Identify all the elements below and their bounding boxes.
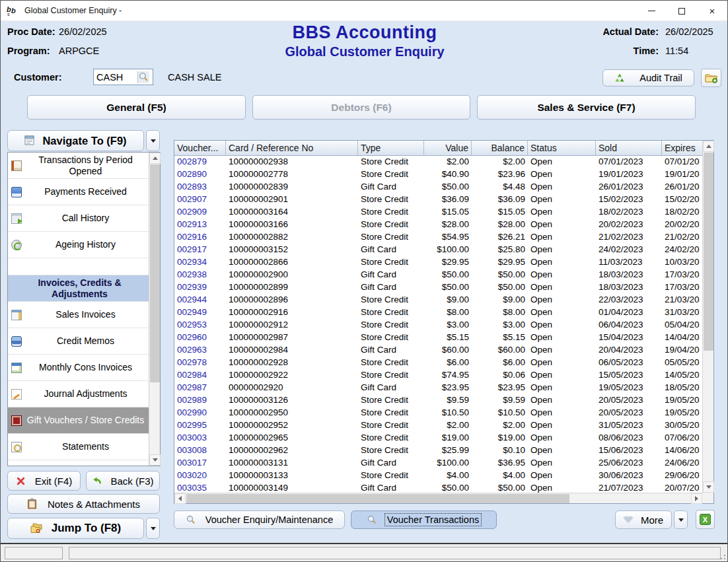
audit-trail-button[interactable]: Audit Trail: [602, 69, 694, 87]
table-row[interactable]: 003035100000003149Gift Card$50.00$50.00O…: [174, 482, 702, 493]
sidebar-item[interactable]: Payments Received: [8, 179, 149, 205]
table-cell: Open: [528, 206, 596, 219]
scroll-thumb[interactable]: [186, 494, 569, 503]
sidebar-item[interactable]: Ageing History: [8, 232, 149, 258]
scroll-right-icon[interactable]: [691, 493, 702, 504]
exit-button[interactable]: Exit (F4): [7, 471, 81, 491]
tab-sales-service[interactable]: Sales & Service (F7): [477, 95, 696, 120]
voucher-table-header[interactable]: Voucher...Card / Reference NoTypeValueBa…: [174, 141, 702, 156]
table-row[interactable]: 00298700000002920Gift Card$23.95$23.95Op…: [174, 382, 702, 394]
table-row[interactable]: 002944100000002896Store Credit$9.00$9.00…: [174, 294, 702, 306]
more-dropdown-button[interactable]: [674, 510, 688, 529]
table-cell: $3.00: [472, 319, 528, 332]
table-cell: 002907: [174, 193, 226, 206]
table-horizontal-scrollbar[interactable]: [174, 493, 702, 503]
table-row[interactable]: 002949100000002916Store Credit$8.00$8.00…: [174, 306, 702, 319]
table-row[interactable]: 003017100000003131Gift Card$100.00$36.95…: [174, 457, 702, 470]
table-row[interactable]: 002989100000003126Store Credit$9.59$9.59…: [174, 394, 702, 407]
table-row[interactable]: 002879100000002938Store Credit$2.00$2.00…: [174, 156, 702, 168]
more-button[interactable]: More: [615, 510, 672, 529]
table-row[interactable]: 003020100000003133Store Credit$4.00$4.00…: [174, 470, 702, 482]
jump-dropdown-button[interactable]: [146, 518, 160, 539]
maximize-button[interactable]: [667, 1, 697, 21]
table-row[interactable]: 002890100000002778Store Credit$40.90$23.…: [174, 168, 702, 181]
column-header[interactable]: Expires: [662, 141, 702, 155]
column-header[interactable]: Type: [358, 141, 424, 155]
sidebar-item[interactable]: Call History: [8, 205, 149, 232]
navigate-to-button[interactable]: Navigate To (F9): [7, 130, 144, 151]
sidebar-item[interactable]: Monthly Cons Invoices: [8, 355, 149, 381]
column-header[interactable]: Sold: [596, 141, 662, 155]
attachments-folder-button[interactable]: [701, 69, 721, 87]
table-row[interactable]: 002916100000002882Store Credit$54.95$26.…: [174, 231, 702, 244]
table-row[interactable]: 002960100000002987Store Credit$5.15$5.15…: [174, 332, 702, 344]
table-row[interactable]: 002909100000003164Store Credit$15.05$15.…: [174, 206, 702, 219]
table-row[interactable]: 002978100000002928Store Credit$6.00$6.00…: [174, 357, 702, 369]
voucher-transactions-button[interactable]: Voucher Transactions: [351, 510, 497, 529]
table-row[interactable]: 002953100000002912Store Credit$3.00$3.00…: [174, 319, 702, 332]
table-cell: 100000002901: [226, 193, 358, 206]
table-row[interactable]: 002917100000003152Gift Card$100.00$25.80…: [174, 244, 702, 256]
table-vertical-scrollbar[interactable]: [702, 141, 713, 493]
voucher-enquiry-button[interactable]: Voucher Enquiry/Maintenance: [174, 510, 345, 529]
column-header[interactable]: Status: [528, 141, 596, 155]
column-header[interactable]: Value: [424, 141, 472, 155]
column-header[interactable]: Voucher...: [174, 141, 226, 155]
table-row[interactable]: 002934100000002866Store Credit$29.95$29.…: [174, 256, 702, 269]
scroll-thumb[interactable]: [704, 153, 713, 351]
table-cell: Open: [528, 357, 596, 369]
navigate-dropdown-button[interactable]: [146, 130, 160, 151]
sidebar-item-label: Journal Adjustments: [44, 388, 127, 399]
table-cell: Open: [528, 294, 596, 306]
table-row[interactable]: 002893100000002839Gift Card$50.00$4.48Op…: [174, 181, 702, 193]
table-row[interactable]: 002984100000002922Store Credit$74.95$0.0…: [174, 369, 702, 382]
table-row[interactable]: 002939100000002899Gift Card$50.00$50.00O…: [174, 281, 702, 294]
sidebar-item[interactable]: Transactions by Period Opened: [8, 153, 149, 179]
table-cell: $3.00: [424, 319, 472, 332]
table-row[interactable]: 002938100000002900Gift Card$50.00$50.00O…: [174, 269, 702, 281]
table-row[interactable]: 003008100000002962Store Credit$25.99$0.1…: [174, 444, 702, 457]
scroll-left-icon[interactable]: [174, 493, 186, 504]
actual-date-label: Actual Date:: [602, 26, 659, 37]
voucher-enquiry-label: Voucher Enquiry/Maintenance: [205, 514, 333, 525]
export-excel-button[interactable]: X: [696, 510, 715, 529]
table-row[interactable]: 002907100000002901Store Credit$36.09$36.…: [174, 193, 702, 206]
sidebar-item[interactable]: Credit Memos: [8, 328, 149, 355]
close-button[interactable]: ×: [697, 1, 727, 21]
table-row[interactable]: 002963100000002984Gift Card$60.00$60.00O…: [174, 344, 702, 357]
sidebar-item[interactable]: Journal Adjustments: [8, 381, 149, 407]
call-icon: [11, 213, 22, 224]
tab-general[interactable]: General (F5): [27, 95, 246, 120]
table-cell: $74.95: [424, 369, 472, 382]
exit-icon: [16, 476, 26, 486]
table-cell: $0.06: [472, 369, 528, 382]
table-row[interactable]: 003003100000002965Store Credit$19.00$19.…: [174, 432, 702, 444]
scroll-down-icon[interactable]: [703, 481, 714, 493]
sidebar-item[interactable]: Statements: [8, 434, 149, 460]
notes-attachments-button[interactable]: Notes & Attachments: [7, 494, 160, 514]
sidebar-item[interactable]: Sales Invoices: [8, 302, 149, 328]
jump-to-button[interactable]: Jump To (F8): [7, 518, 144, 539]
table-cell: $19.00: [472, 432, 528, 444]
customer-search-icon[interactable]: [137, 71, 149, 83]
customer-code-field[interactable]: [93, 69, 153, 85]
minimize-button[interactable]: [636, 1, 667, 21]
customer-code-input[interactable]: [94, 72, 137, 83]
scroll-up-icon[interactable]: [703, 141, 714, 152]
scroll-down-icon[interactable]: [149, 454, 161, 466]
column-header[interactable]: Card / Reference No: [226, 141, 358, 155]
column-header[interactable]: Balance: [472, 141, 528, 155]
table-row[interactable]: 002990100000002950Store Credit$10.50$10.…: [174, 407, 702, 419]
table-row[interactable]: 002995100000002952Store Credit$2.00$2.00…: [174, 419, 702, 432]
back-button[interactable]: Back (F3): [86, 471, 160, 491]
book-icon: [11, 160, 22, 171]
scroll-up-icon[interactable]: [149, 153, 161, 164]
table-cell: $60.00: [472, 344, 528, 357]
table-row[interactable]: 002913100000003166Store Credit$28.00$28.…: [174, 219, 702, 231]
navigate-list-scrollbar[interactable]: [149, 153, 160, 466]
table-cell: 15/02/20: [662, 193, 702, 206]
scroll-thumb[interactable]: [150, 164, 160, 382]
sidebar-item[interactable]: Gift Vouchers / Store Credits: [8, 407, 149, 434]
sidebar-item-label: Gift Vouchers / Store Credits: [27, 415, 144, 425]
resize-grip-icon[interactable]: [718, 552, 726, 560]
